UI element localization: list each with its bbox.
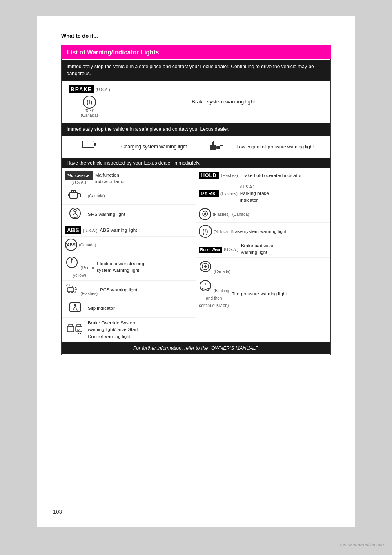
svg-rect-0 [82,141,94,148]
watermark: carmanualsonline.info [340,542,384,547]
svg-rect-10 [71,191,73,192]
brake-pad-canada-icon-cell: (Canada) [199,260,233,275]
eps-row: ! (Red or yellow) Electric power steerin… [62,253,196,281]
brake-usa-icon: BRAKE [69,85,94,93]
brake-yellow-desc: Brake system warning light [230,228,286,235]
svg-line-32 [73,309,74,311]
brake-yellow-icon-cell: (!) (Yellow) [199,225,231,238]
malfunction-desc: Malfunction indicator lamp [95,172,125,185]
p-canada-row: Ⓐ (Flashes) (Canada) [196,206,330,223]
svg-text:OFF: OFF [66,284,71,286]
indicator-grid: CHECK (U.S.A.) Malfunction indicator lam… [62,169,330,341]
abs-desc: ABS warning light [100,227,137,233]
abs-usa-row: ABS (U.S.A.) ABS warning light [62,224,196,237]
tire-pressure-row: ! (Blinking and then continuously on) Ti… [196,277,330,311]
abs-circle-icon-cell: (ABS) (Canada) [65,239,98,251]
hold-row: HOLD (Flashes) Brake hold operated indic… [196,169,330,181]
oil-pressure-icon [209,140,225,152]
svg-rect-4 [220,145,223,146]
pcs-icon-cell: OFF (Flashes) [65,283,100,297]
svg-point-38 [78,333,79,334]
abs-canada-row: (ABS) (Canada) [62,237,196,253]
brake-override-row: D Brake Override System warning light/Dr… [62,318,196,341]
svg-rect-7 [69,174,73,177]
srs-icon-cell [65,207,88,222]
pcs-desc: PCS warning light [100,286,137,293]
section-title: What to do if... [61,33,331,39]
svg-rect-8 [70,192,77,198]
svg-rect-5 [212,142,214,145]
check-icon-cell: CHECK (U.S.A.) [65,171,95,185]
svg-rect-12 [68,194,70,196]
danger-message-2: Immediately stop the vehicle in a safe p… [62,123,330,136]
list-header: List of Warning/Indicator Lights [61,45,331,59]
charging-desc: Charging system warning light [117,137,202,157]
p-circle-icon: Ⓐ [199,208,211,220]
brake-yellow-circle-icon: (!) [199,225,212,238]
engine-canada-row: (Canada) [62,187,196,205]
danger-message-1: Immediately stop the vehicle in a safe p… [62,60,330,81]
page-number: 103 [53,509,62,515]
inspect-message: Have the vehicle inspected by your Lexus… [62,158,330,168]
slip-icon [68,301,82,313]
srs-desc: SRS warning light [88,211,125,217]
svg-line-30 [74,307,75,309]
svg-rect-9 [77,194,80,197]
brake-pad-canada-icon [199,260,212,273]
eps-icon-cell: ! (Red or yellow) [65,255,97,278]
engine-icon-cell [65,189,88,202]
footer-note: For further information, refer to the "O… [62,342,330,354]
check-wrench-icon [67,173,74,179]
svg-rect-28 [70,303,80,312]
hold-text-icon: HOLD [199,172,219,179]
svg-point-43 [204,265,207,268]
brake-wear-text-icon: Brake Wear [199,247,222,253]
eps-icon: ! [65,255,79,269]
brake-circle-icon: (!) [83,96,96,109]
svg-rect-35 [69,324,73,326]
brake-override-icon-cell: D [65,323,88,337]
oil-icon-cell [202,137,232,157]
hold-desc: Brake hold operated indicator [241,172,302,179]
brake-desc: Brake system warning light [117,81,330,122]
svg-point-14 [74,209,76,212]
park-text-icon: PARK [199,190,219,197]
svg-point-23 [71,292,73,293]
svg-rect-1 [94,143,96,146]
hold-icon-cell: HOLD (Flashes) [199,171,241,179]
brake-yellow-row: (!) (Yellow) Brake system warning light [196,223,330,240]
warning-lights-table: Immediately stop the vehicle in a safe p… [61,59,331,355]
tire-pressure-desc: Tire pressure warning light [232,291,287,297]
canada-engine-label: (Canada) [88,193,105,199]
svg-rect-37 [77,324,81,326]
pcs-icon: OFF [65,283,79,295]
slip-row: Slip indicator [62,299,196,318]
svg-line-24 [75,287,76,289]
check-row: CHECK (U.S.A.) Malfunction indicator lam… [62,169,196,187]
svg-text:D: D [77,328,80,331]
svg-rect-3 [216,146,220,149]
svg-rect-21 [69,286,72,288]
brake-pad-canada-row: (Canada) [196,258,330,277]
tire-pressure-icon: ! [199,279,212,292]
p-circle-icon-cell: Ⓐ (Flashes) [199,208,232,220]
brake-pad-desc: Brake pad wear warning light [241,242,274,255]
slip-desc: Slip indicator [88,305,115,311]
brake-wear-icon-cell: Brake Wear (U.S.A.) [199,245,241,253]
park-desc: (U.S.A.) Parking brake indicator [240,184,269,203]
brake-wear-row: Brake Wear (U.S.A.) Brake pad wear warni… [196,240,330,258]
abs-circle-icon: (ABS) [65,239,77,251]
svg-point-19 [71,258,73,260]
park-row: PARK (Flashes) (U.S.A.) Parking brake in… [196,181,330,206]
svg-line-31 [75,307,76,309]
svg-point-29 [74,304,76,307]
engine-icon [68,189,82,201]
srs-row: SRS warning light [62,205,196,224]
svg-rect-2 [210,145,216,150]
page-content: What to do if... List of Warning/Indicat… [37,16,355,527]
battery-icon-cell [62,137,116,157]
svg-rect-20 [67,288,74,292]
pcs-row: OFF (Flashes) PCS warning light [62,281,196,299]
svg-rect-11 [74,191,76,192]
brake-override-desc: Brake Override System warning light/Driv… [88,320,138,339]
